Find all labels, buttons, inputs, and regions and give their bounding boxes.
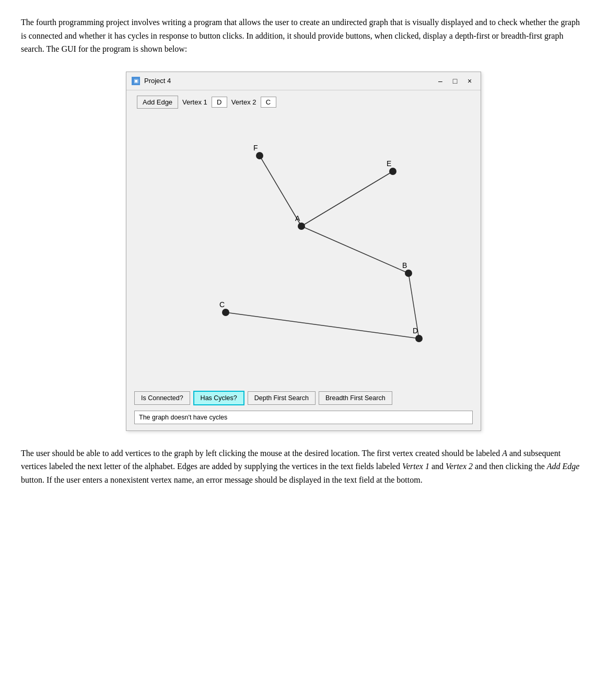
vertex2-input[interactable] (261, 97, 276, 108)
svg-point-5 (256, 152, 263, 159)
outro-italic-1: A (502, 449, 507, 458)
svg-point-15 (415, 335, 423, 342)
maximize-button[interactable]: □ (449, 75, 461, 87)
svg-line-4 (226, 312, 419, 339)
svg-point-9 (298, 223, 305, 230)
outro-italic-3: Vertex 2 (446, 462, 473, 471)
outro-italic-2: Vertex 1 (402, 462, 429, 471)
svg-line-1 (301, 171, 393, 226)
bottom-controls: Is Connected? Has Cycles? Depth First Se… (126, 386, 481, 409)
vertex2-label: Vertex 2 (231, 98, 256, 106)
outro-text-4: and then clicking the (473, 462, 547, 471)
toolbar: Add Edge Vertex 1 Vertex 2 (126, 90, 481, 114)
svg-text:C: C (219, 300, 225, 309)
window-wrapper: ▣ Project 4 – □ × Add Edge Vertex 1 Vert… (21, 72, 586, 431)
status-bar: The graph doesn't have cycles (134, 411, 473, 424)
titlebar-controls: – □ × (435, 75, 475, 87)
breadth-first-button[interactable]: Breadth First Search (319, 391, 392, 405)
svg-text:E: E (387, 159, 391, 168)
close-button[interactable]: × (464, 75, 475, 87)
svg-text:B: B (402, 261, 407, 270)
has-cycles-button[interactable]: Has Cycles? (193, 391, 244, 405)
svg-text:D: D (413, 326, 418, 335)
depth-first-button[interactable]: Depth First Search (248, 391, 316, 405)
titlebar: ▣ Project 4 – □ × (126, 72, 481, 90)
vertex1-input[interactable] (212, 97, 227, 108)
svg-line-2 (301, 226, 408, 273)
outro-text-1: The user should be able to add vertices … (21, 449, 502, 458)
titlebar-left: ▣ Project 4 (132, 77, 171, 85)
intro-paragraph: The fourth programming project involves … (21, 16, 586, 56)
svg-point-13 (222, 309, 229, 316)
outro-italic-4: Add Edge (547, 462, 580, 471)
graph-canvas[interactable]: FEABCD (126, 114, 481, 386)
outro-text-5: button. If the user enters a nonexistent… (21, 475, 423, 484)
application-window: ▣ Project 4 – □ × Add Edge Vertex 1 Vert… (126, 72, 481, 431)
vertex1-label: Vertex 1 (182, 98, 207, 106)
svg-text:A: A (295, 214, 300, 223)
svg-text:F: F (253, 144, 258, 152)
is-connected-button[interactable]: Is Connected? (134, 391, 190, 405)
outro-text-3: and (429, 462, 446, 471)
add-edge-button[interactable]: Add Edge (137, 96, 178, 109)
window-title: Project 4 (144, 77, 171, 85)
svg-point-11 (405, 270, 412, 277)
status-message: The graph doesn't have cycles (139, 414, 227, 421)
minimize-button[interactable]: – (435, 75, 446, 87)
window-icon: ▣ (132, 77, 140, 85)
svg-point-7 (389, 168, 396, 175)
outro-paragraph: The user should be able to add vertices … (21, 447, 586, 487)
